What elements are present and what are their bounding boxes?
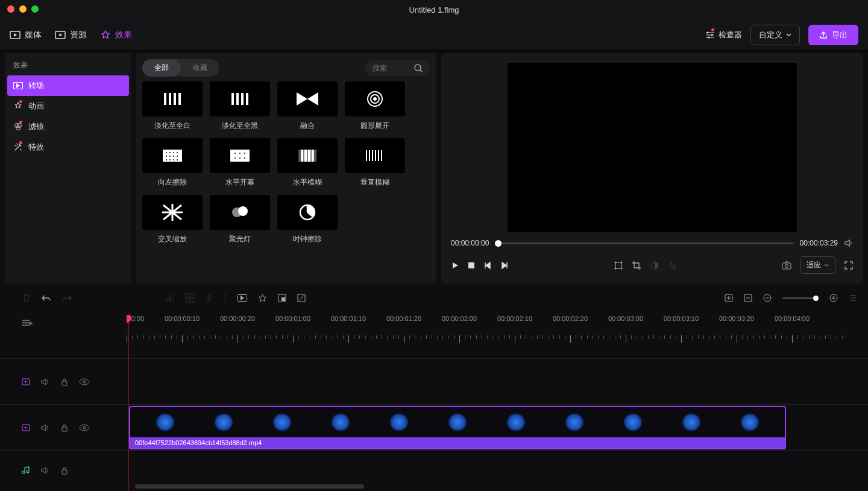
volume-icon[interactable]	[844, 238, 854, 248]
mute-icon[interactable]	[41, 466, 50, 475]
svg-rect-68	[186, 294, 189, 297]
export-button[interactable]: 导出	[808, 25, 858, 45]
zoom-out-circle-icon[interactable]	[763, 294, 772, 302]
window-close-button[interactable]	[7, 5, 14, 13]
ruler-label: 00:00:01:20	[386, 315, 421, 322]
prev-frame-icon[interactable]	[483, 261, 492, 270]
svg-point-61	[614, 267, 616, 269]
ruler-label: 00:00:03:20	[719, 315, 754, 322]
slash-tool-icon[interactable]	[297, 294, 306, 302]
svg-point-36	[234, 153, 236, 154]
effect-item[interactable]: 交叉缩放	[142, 195, 203, 244]
timeline-scrollbar[interactable]	[135, 484, 364, 489]
zoom-in-icon[interactable]	[725, 294, 733, 302]
effect-item[interactable]: 聚光灯	[210, 195, 270, 244]
color-icon[interactable]	[650, 261, 659, 270]
tab-resources[interactable]: 资源	[55, 30, 87, 40]
visibility-icon[interactable]	[79, 424, 90, 431]
next-frame-icon[interactable]	[500, 261, 509, 270]
tab-effects[interactable]: 效果	[100, 30, 132, 40]
svg-point-59	[614, 261, 616, 263]
effect-item[interactable]: 向左擦除	[142, 138, 203, 188]
preview-panel: 00:00:00:00 00:00:03:29 适应	[441, 53, 863, 284]
window-minimize-button[interactable]	[19, 5, 27, 13]
fit-button[interactable]: 适应	[800, 256, 835, 274]
svg-rect-35	[230, 150, 250, 162]
stop-icon[interactable]	[468, 262, 475, 269]
transform-icon[interactable]	[614, 261, 623, 270]
effect-label: 时钟擦除	[293, 234, 322, 244]
trash-icon[interactable]	[22, 293, 31, 303]
svg-point-10	[415, 65, 421, 71]
zoom-in-circle-icon[interactable]	[829, 294, 838, 302]
time-ruler[interactable]: 00:00:00:0000:00:00:1000:00:00:2000:00:0…	[127, 315, 868, 344]
effects-search[interactable]	[365, 60, 430, 76]
svg-point-28	[169, 156, 171, 157]
export-label: 导出	[832, 30, 848, 40]
redo-icon[interactable]	[62, 294, 72, 302]
crop-icon[interactable]	[632, 261, 641, 270]
effect-thumbnail	[142, 138, 203, 173]
effect-item[interactable]: 垂直模糊	[345, 138, 405, 188]
effects-tab-all[interactable]: 全部	[142, 59, 181, 77]
track-row-1[interactable]	[127, 358, 868, 404]
svg-rect-74	[281, 297, 285, 301]
window-maximize-button[interactable]	[31, 5, 39, 13]
audio-icon[interactable]	[668, 261, 678, 270]
media-icon	[10, 30, 20, 40]
effect-item[interactable]: 水平模糊	[277, 138, 338, 188]
svg-rect-12	[169, 93, 171, 105]
sidebar-item-label: 滤镜	[28, 121, 44, 132]
preview-viewport[interactable]	[508, 63, 797, 232]
timeline-view-icon[interactable]	[849, 294, 857, 302]
sidebar-item-transitions[interactable]: 转场	[7, 75, 129, 96]
lock-icon[interactable]	[61, 423, 68, 432]
custom-button[interactable]: 自定义	[750, 25, 800, 45]
snapshot-icon[interactable]	[782, 261, 791, 270]
pip-tool-icon[interactable]	[278, 294, 286, 302]
visibility-icon[interactable]	[79, 378, 90, 385]
effect-item[interactable]: 圆形展开	[345, 81, 405, 131]
tab-media[interactable]: 媒体	[10, 30, 42, 40]
video-clip[interactable]: 00fe44f7522b02643694cb14f53d88d2.mp4	[129, 406, 786, 449]
search-input[interactable]	[373, 64, 409, 72]
undo-icon[interactable]	[42, 294, 51, 302]
effect-item[interactable]: 水平开幕	[210, 138, 270, 188]
effect-item[interactable]: 时钟擦除	[277, 195, 338, 244]
cut-icon[interactable]	[166, 293, 174, 303]
video-track-icon[interactable]	[22, 378, 30, 385]
zoom-fit-icon[interactable]	[744, 294, 752, 302]
lock-icon[interactable]	[61, 466, 68, 475]
transition-tool-icon[interactable]	[237, 294, 247, 302]
svg-rect-71	[190, 299, 194, 302]
grid-icon[interactable]	[185, 293, 195, 303]
svg-rect-22	[163, 150, 182, 162]
add-track-icon[interactable]	[22, 318, 33, 327]
svg-point-40	[239, 157, 241, 159]
sidebar-item-special[interactable]: 特效	[5, 137, 131, 157]
video-track-icon[interactable]	[22, 424, 30, 431]
star-tool-icon[interactable]	[258, 294, 267, 303]
audio-track-icon[interactable]	[22, 466, 30, 475]
effect-item[interactable]: 融合	[277, 81, 338, 131]
preview-scrubber[interactable]	[495, 242, 793, 244]
zoom-slider[interactable]	[782, 297, 819, 299]
link-icon[interactable]	[206, 293, 213, 303]
track-row-2[interactable]: 00fe44f7522b02643694cb14f53d88d2.mp4	[127, 404, 868, 450]
svg-point-23	[166, 152, 167, 153]
effect-thumbnail	[345, 81, 405, 116]
sidebar-item-animation[interactable]: 动画	[5, 96, 131, 116]
mute-icon[interactable]	[41, 378, 50, 386]
inspector-toggle[interactable]: 检查器	[705, 30, 742, 40]
svg-point-34	[177, 159, 178, 160]
effects-tab-favorites[interactable]: 收藏	[181, 59, 219, 77]
effect-item[interactable]: 淡化至全黑	[210, 81, 270, 131]
svg-point-37	[239, 153, 241, 154]
effect-item[interactable]: 淡化至全白	[142, 81, 203, 131]
lock-icon[interactable]	[61, 378, 68, 386]
fullscreen-icon[interactable]	[844, 261, 854, 270]
play-icon[interactable]	[451, 261, 459, 270]
mute-icon[interactable]	[41, 423, 50, 432]
tab-resources-label: 资源	[70, 30, 87, 40]
sidebar-item-filter[interactable]: 滤镜	[5, 116, 131, 137]
